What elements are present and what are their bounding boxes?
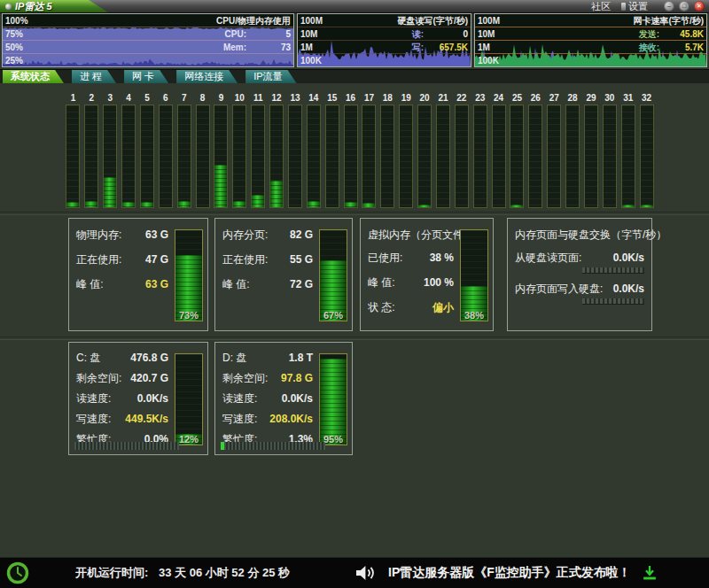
close-button[interactable]: ✕ <box>694 1 705 12</box>
cpu-core: 25 <box>508 91 526 208</box>
panel-row: 峰 值:63 G <box>76 277 168 292</box>
panel-row-value: 63 G <box>145 277 168 292</box>
cpu-core-number: 20 <box>420 91 430 104</box>
usage-bar-percent: 73% <box>175 310 202 321</box>
cpu-core-bar <box>621 104 635 208</box>
tab-label: 系统状态 <box>11 71 50 81</box>
cpu-core-number: 3 <box>107 91 113 104</box>
cpu-core: 14 <box>304 91 323 208</box>
cpu-core: 8 <box>193 91 212 208</box>
cpu-core-number: 32 <box>642 91 651 104</box>
panel-row-value: 0.0K/s <box>137 392 168 406</box>
cpu-core: 17 <box>360 91 378 208</box>
cpu-core-bar <box>269 104 284 208</box>
usage-bar: 67% <box>319 229 347 321</box>
panel-row: 正在使用:55 G <box>222 252 313 267</box>
panel-row: 读速度:0.0K/s <box>76 392 168 406</box>
y-axis-label: 10M <box>300 27 317 41</box>
panel-row-value: 0.0K/s <box>282 392 313 406</box>
app-logo: IP雷达 5 <box>0 0 108 12</box>
panel-row-value: 38 % <box>430 251 454 266</box>
title-bar: IP雷达 5 社区 设置 – □ ✕ <box>0 0 709 13</box>
cpu-core-number: 29 <box>586 91 596 104</box>
cpu-cores-panel: 1 2 3 4 5 6 <box>64 91 656 208</box>
cpu-core: 28 <box>564 91 582 208</box>
y-axis-label: 100% <box>5 14 28 27</box>
cpu-core: 26 <box>526 91 545 208</box>
cpu-core-bar-fill <box>66 202 79 207</box>
panel-row-label: 读速度: <box>222 392 257 406</box>
cpu-core-bar <box>473 104 487 208</box>
cpu-core-number: 1 <box>71 91 76 104</box>
cpu-core-bar-fill <box>85 201 97 207</box>
speaker-icon[interactable] <box>356 565 376 581</box>
cpu-core-number: 15 <box>327 91 337 104</box>
cpu-core-bar <box>455 104 469 208</box>
panel-row: C: 盘476.8 G <box>76 352 168 365</box>
tab-label: 进 程 <box>80 71 102 81</box>
cpu-core: 21 <box>434 91 453 208</box>
cpu-core-number: 27 <box>549 91 559 104</box>
usage-bar: 95% <box>319 353 347 445</box>
cpu-core-number: 28 <box>568 91 578 104</box>
cpu-core-number: 21 <box>438 91 448 104</box>
cpu-core-bar-fill <box>641 205 653 207</box>
cpu-core-number: 16 <box>346 91 355 104</box>
panel-row: 从硬盘读页面:0.0K/s <box>515 251 644 266</box>
tab[interactable]: 网络连接 <box>176 70 238 83</box>
panel-row: 物理内存:63 G <box>76 228 168 243</box>
cpu-core-bar-fill <box>345 202 357 207</box>
divider <box>0 337 709 340</box>
cpu-core-number: 11 <box>253 91 263 104</box>
cpu-core: 10 <box>230 91 249 208</box>
cpu-core-bar <box>528 104 542 208</box>
panel-title: 虚拟内存（分页文件） <box>368 228 454 242</box>
cpu-core: 30 <box>600 91 619 208</box>
panel-row-value: 476.8 G <box>130 352 168 365</box>
cpu-core-bar <box>399 104 413 208</box>
cpu-core-bar-fill <box>252 195 264 207</box>
menu-item-community[interactable]: 社区 <box>591 0 611 13</box>
cpu-core: 1 <box>64 91 82 208</box>
y-axis-label: 1M <box>478 41 490 54</box>
tab[interactable]: 网 卡 <box>124 70 168 83</box>
panel-row: D: 盘1.8 T <box>222 352 313 365</box>
cpu-core-bar <box>140 104 154 208</box>
uptime-value: 33 天 06 小时 52 分 25 秒 <box>159 566 290 579</box>
panel-row-value: 449.5K/s <box>125 413 168 426</box>
cpu-core: 29 <box>582 91 601 208</box>
cpu-core-number: 31 <box>623 91 633 104</box>
mini-meter <box>582 298 644 305</box>
cpu-core: 22 <box>452 91 471 208</box>
cpu-core-bar <box>417 104 432 208</box>
cpu-core-bar-fill <box>308 201 320 207</box>
cpu-core-bar <box>251 104 265 208</box>
news-text[interactable]: IP雷达服务器版《F监控助手》正式发布啦！ <box>388 565 631 581</box>
minimize-button[interactable]: – <box>664 1 674 12</box>
graph-title: 网卡速率(字节/秒) <box>634 14 704 27</box>
network-speed-graph: 100M 网卡速率(字节/秒) 10M 发送: 45.8K 1M 接收: 5.7… <box>474 13 707 67</box>
panel-row-value: 偏小 <box>432 300 454 315</box>
tab[interactable]: 系统状态 <box>3 70 64 83</box>
uptime-label: 开机运行时间: <box>75 566 148 579</box>
cpu-core-number: 23 <box>475 91 485 104</box>
usage-bar: 12% <box>175 353 203 445</box>
cpu-core: 12 <box>268 91 286 208</box>
panel-row-value: 47 G <box>145 252 168 267</box>
download-icon[interactable] <box>643 566 656 580</box>
maximize-button[interactable]: □ <box>679 1 690 12</box>
tab[interactable]: 进 程 <box>72 70 116 83</box>
panel-row-value: 82 G <box>290 228 313 243</box>
cpu-readout: CPU: 5 <box>225 27 291 41</box>
panel-row: 峰 值:72 G <box>222 277 313 292</box>
panel-row: 正在使用:47 G <box>76 252 168 267</box>
tab[interactable]: IP流量 <box>245 70 296 83</box>
usage-bar: 73% <box>175 229 203 321</box>
settings-button[interactable]: 设置 <box>621 0 648 13</box>
graph-title: 硬盘读写(字节/秒) <box>398 14 468 27</box>
page-swap-panel: 内存页面与硬盘交换（字节/秒）从硬盘读页面:0.0K/s内存页面写入硬盘:0.0… <box>507 218 652 331</box>
cpu-core: 3 <box>101 91 120 208</box>
panel-row-value: 55 G <box>290 252 313 267</box>
panel-row-label: 正在使用: <box>76 252 121 267</box>
y-axis-label: 100M <box>300 14 323 27</box>
